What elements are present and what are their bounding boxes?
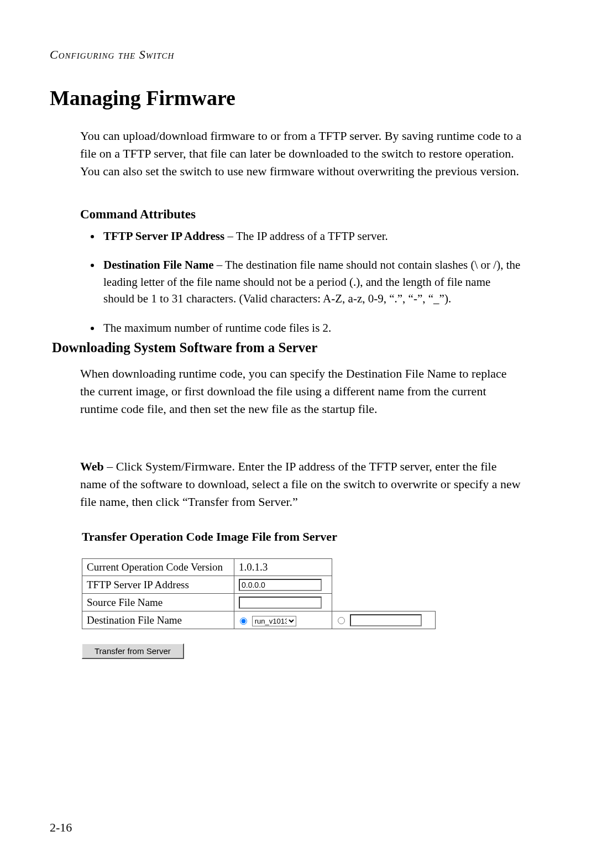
source-file-label: Source File Name: [82, 594, 234, 611]
destination-file-existing-cell: run_v1013: [234, 611, 332, 629]
list-item: Destination File Name – The destination …: [101, 257, 522, 307]
tftp-ip-cell: [234, 576, 332, 594]
page-number: 2-16: [50, 820, 72, 835]
source-file-cell: [234, 594, 332, 611]
source-file-input[interactable]: [239, 597, 322, 609]
list-item: The maximum number of runtime code files…: [101, 320, 522, 336]
destination-new-input[interactable]: [350, 614, 422, 626]
destination-existing-radio[interactable]: [240, 618, 247, 625]
destination-file-label: Destination File Name: [82, 611, 234, 629]
document-page: Configuring the Switch Managing Firmware…: [0, 0, 597, 868]
attr-desc: The maximum number of runtime code files…: [103, 321, 331, 334]
figure-title: Transfer Operation Code Image File from …: [82, 530, 519, 544]
command-attributes-list: TFTP Server IP Address – The IP address …: [80, 228, 522, 348]
version-value: 1.0.1.3: [234, 559, 332, 576]
list-item: TFTP Server IP Address – The IP address …: [101, 228, 522, 244]
destination-file-select[interactable]: run_v1013: [252, 616, 296, 626]
destination-file-new-cell: [332, 611, 436, 629]
table-row: Source File Name: [82, 594, 436, 611]
command-attributes-heading: Command Attributes: [80, 207, 522, 222]
attr-name: TFTP Server IP Address: [103, 229, 224, 243]
table-row: TFTP Server IP Address: [82, 576, 436, 594]
attr-desc: – The IP address of a TFTP server.: [224, 229, 388, 243]
attr-name: Destination File Name: [103, 258, 213, 271]
table-row: Destination File Name run_v1013: [82, 611, 436, 629]
transfer-from-server-button[interactable]: Transfer from Server: [82, 644, 184, 659]
version-label: Current Operation Code Version: [82, 559, 234, 576]
firmware-transfer-table: Current Operation Code Version 1.0.1.3 T…: [82, 558, 436, 629]
page-title: Managing Firmware: [50, 86, 235, 110]
web-instructions: – Click System/Firmware. Enter the IP ad…: [80, 459, 521, 509]
table-row: Current Operation Code Version 1.0.1.3: [82, 559, 436, 576]
download-paragraph-web: Web – Click System/Firmware. Enter the I…: [80, 458, 522, 511]
web-label: Web: [80, 459, 104, 473]
tftp-ip-label: TFTP Server IP Address: [82, 576, 234, 594]
destination-new-radio[interactable]: [338, 617, 345, 624]
tftp-ip-input[interactable]: [239, 579, 322, 591]
subsection-heading: Downloading System Software from a Serve…: [52, 340, 317, 355]
firmware-transfer-figure: Transfer Operation Code Image File from …: [82, 530, 519, 659]
intro-paragraph: You can upload/download firmware to or f…: [80, 127, 522, 180]
download-paragraph-1: When downloading runtime code, you can s…: [80, 365, 522, 418]
running-header: Configuring the Switch: [50, 48, 174, 62]
